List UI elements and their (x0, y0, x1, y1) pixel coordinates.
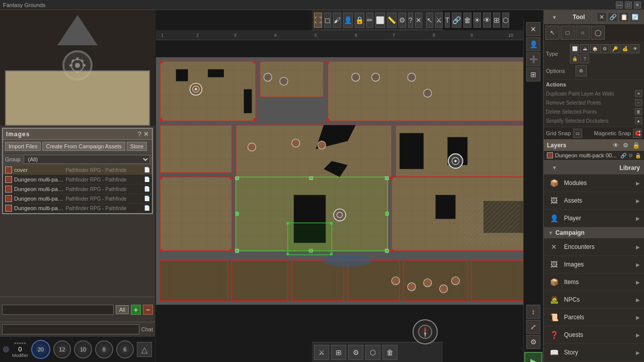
svg-rect-13 (260, 61, 324, 97)
type-icon-question[interactable]: ? (580, 54, 589, 63)
simplify-icon[interactable]: ▲ (635, 117, 642, 124)
close-button[interactable]: ✕ (634, 2, 641, 9)
svg-rect-55 (385, 176, 388, 179)
type-icon-gear[interactable]: ⚙ (600, 44, 609, 53)
campaign-item-quests[interactable]: ❓ Quests ▶ (544, 326, 644, 344)
add-button[interactable]: + (131, 305, 141, 315)
delete2-button[interactable]: 🗑 (382, 345, 397, 360)
type-icon-money[interactable]: 💰 (620, 44, 629, 53)
library-modules[interactable]: 📦 Modules ▶ (544, 174, 644, 192)
tool-icon-1[interactable]: ✕ (597, 12, 607, 22)
svg-rect-109 (436, 195, 456, 219)
chat-label: Chat (141, 326, 153, 332)
circle-tool[interactable]: ○ (576, 26, 590, 40)
image-list-item[interactable]: cover Pathfinder RPG - Pathfinde 📄 (3, 165, 152, 175)
library-header[interactable]: ▼ Library (544, 161, 644, 174)
type-icon-key[interactable]: 🔑 (610, 44, 619, 53)
image-list-item[interactable]: Dungeon multi-pack 003 Pathfinder RPG - … (3, 194, 152, 204)
campaign-item-parcels[interactable]: 📜 Parcels ▶ (544, 309, 644, 326)
plus-icon[interactable]: ➕ (526, 52, 540, 66)
create-assets-button[interactable]: Create From Campaign Assets (42, 142, 125, 151)
chat-input[interactable] (2, 324, 139, 334)
campaign-title: Campaign (555, 229, 640, 236)
layer-link-icon[interactable]: 🔗 (620, 153, 626, 158)
campaign-item-encounters[interactable]: ✕ Encounters ▶ (544, 238, 644, 256)
tool-icon-2[interactable]: 🔗 (608, 12, 618, 22)
settings2-button[interactable]: ⚙ (348, 345, 363, 360)
tool-icon-3[interactable]: 📋 (619, 12, 629, 22)
campaign-item-items[interactable]: 📦 Items ▶ (544, 274, 644, 291)
player-label: Player (564, 215, 632, 222)
dungeon-map-svg (156, 20, 543, 342)
all-button[interactable]: All (116, 305, 129, 314)
layer-button[interactable]: ⬡ (365, 345, 380, 360)
compass[interactable] (413, 319, 438, 344)
store-button[interactable]: Store (127, 142, 147, 151)
sword-button[interactable]: ⚔ (314, 345, 329, 360)
oval-tool[interactable]: ◯ (591, 26, 605, 40)
vertical-arrow-icon[interactable]: ↕ (526, 305, 540, 319)
image-list-item[interactable]: Dungeon multi-pack 004 Pathfinder RPG - … (3, 204, 152, 213)
type-icon-house[interactable]: 🏠 (590, 44, 599, 53)
group-select[interactable]: (All) (24, 155, 150, 164)
person-icon[interactable]: 👤 (526, 37, 540, 51)
dice-d10[interactable]: 10 (74, 340, 92, 358)
tool-icon-4[interactable]: 🔄 (630, 12, 640, 22)
remove-points-icon[interactable]: − (635, 99, 642, 106)
image-name: Dungeon multi-pack 004 (14, 205, 65, 211)
type-icon-eye[interactable]: 👁 (630, 44, 639, 53)
type-icon-lock[interactable]: 🔒 (570, 54, 579, 63)
simplify-row: Simplify Selected Occluders ▲ (546, 116, 642, 125)
layer-lock2-icon[interactable]: 🔒 (635, 153, 641, 158)
campaign-header[interactable]: ▼ Campaign (544, 227, 644, 238)
dice-d20[interactable]: 20 (31, 340, 50, 359)
type-icon-mountain[interactable]: ⛰ (580, 44, 589, 53)
image-list-item[interactable]: Dungeon multi-pack 001 Pathfinder RPG - … (3, 175, 152, 185)
svg-rect-40 (160, 261, 228, 301)
svg-rect-20 (160, 125, 232, 173)
map-content[interactable] (156, 20, 543, 342)
magnetic-snap-icon[interactable]: 🧲 (633, 129, 642, 138)
type-icon-wall[interactable]: ⬜ (570, 44, 579, 53)
play-button[interactable]: ▶ (524, 352, 542, 362)
layers-lock-icon[interactable]: 🔒 (631, 141, 641, 149)
paint-walls-icon[interactable]: ✕ (635, 90, 642, 97)
dice-d12[interactable]: 12 (53, 340, 71, 358)
tool-panel-header[interactable]: ▼ Tool ✕ 🔗 📋 🔄 (544, 10, 644, 24)
library-assets[interactable]: 🖼 Assets ▶ (544, 192, 644, 210)
layers-settings-icon[interactable]: ⚙ (622, 141, 629, 149)
svg-rect-61 (235, 212, 238, 215)
image-list-item[interactable]: Dungeon multi-pack 002 Pathfinder RPG - … (3, 185, 152, 194)
maximize-button[interactable]: □ (625, 2, 632, 9)
images-close-button[interactable]: ✕ (143, 130, 149, 138)
layer-edit-icon[interactable]: ⚙ (628, 153, 633, 158)
grid2-icon[interactable]: ⊞ (526, 67, 540, 81)
svg-rect-115 (330, 222, 333, 225)
crosshair-icon[interactable]: ✕ (526, 22, 540, 36)
dice-d8[interactable]: 8 (95, 340, 113, 358)
expand-icon[interactable]: ⤢ (526, 320, 540, 334)
library-player[interactable]: 👤 Player ▶ (544, 210, 644, 227)
grid-button[interactable]: ⊞ (331, 345, 346, 360)
campaign-item-story[interactable]: 📖 Story ▶ (544, 344, 644, 361)
options-icon[interactable]: ⚙ (576, 65, 587, 76)
images-help-button[interactable]: ? (138, 130, 141, 138)
layers-eye-icon[interactable]: 👁 (612, 141, 620, 149)
ruler-icon[interactable]: △ (137, 342, 152, 357)
arrow-tool[interactable]: ↖ (545, 26, 559, 40)
dice-d6[interactable]: 6 (116, 340, 134, 358)
campaign-section: ▼ Campaign ✕ Encounters ▶ 🖼 Images ▶ 📦 I… (544, 227, 644, 362)
delete-points-icon[interactable]: 🗑 (635, 108, 642, 115)
campaign-item-npcs[interactable]: 🧟 NPCs ▶ (544, 291, 644, 309)
campaign-item-images[interactable]: 🖼 Images ▶ (544, 256, 644, 274)
rect-tool[interactable]: □ (560, 26, 575, 40)
delete-button[interactable]: − (143, 305, 153, 315)
svg-rect-44 (404, 261, 467, 301)
minimize-button[interactable]: — (616, 2, 623, 9)
grid-snap-icon[interactable]: ⚏ (573, 129, 582, 138)
search-input[interactable] (2, 305, 114, 315)
settings3-icon[interactable]: ⚙ (526, 335, 540, 349)
import-files-button[interactable]: Import Files (5, 142, 41, 151)
svg-point-89 (408, 73, 416, 81)
svg-rect-18 (328, 61, 539, 121)
